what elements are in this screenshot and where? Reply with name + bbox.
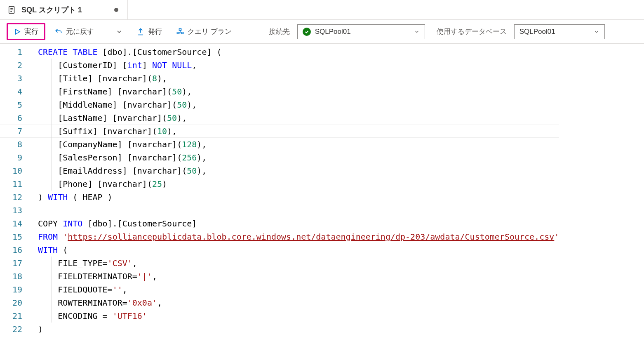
chevron-down-icon (116, 28, 122, 35)
tab-dirty-indicator (114, 8, 118, 12)
line-number: 1 (0, 45, 33, 59)
line-number: 5 (0, 98, 33, 111)
tab-title: SQL スクリプト 1 (21, 5, 82, 15)
code-line[interactable]: ) WITH ( HEAP ) (38, 191, 559, 204)
toolbar-divider (105, 26, 105, 38)
undo-icon (54, 28, 63, 36)
toolbar: 実行 元に戻す 発行 クエリ プラン 接続 (0, 20, 644, 44)
svg-rect-9 (181, 32, 183, 33)
code-content[interactable]: CREATE TABLE [dbo].[CustomerSource] ( [C… (33, 44, 559, 336)
line-number: 17 (0, 257, 33, 270)
line-number-gutter: 12345678910111213141516171819202122 (0, 44, 33, 336)
line-number: 19 (0, 283, 33, 296)
line-number: 6 (0, 111, 33, 125)
line-number: 10 (0, 164, 33, 177)
code-line[interactable]: CREATE TABLE [dbo].[CustomerSource] ( (38, 45, 559, 59)
query-plan-icon (176, 28, 184, 36)
undo-button[interactable]: 元に戻す (49, 24, 99, 40)
code-line[interactable]: [Phone] [nvarchar](25) (38, 177, 559, 191)
code-line[interactable]: ENCODING = 'UTF16' (38, 309, 559, 323)
use-database-label: 使用するデータベース (437, 27, 507, 36)
run-label: 実行 (24, 27, 38, 36)
svg-rect-5 (179, 28, 181, 30)
use-database-value: SQLPool01 (519, 28, 555, 36)
query-plan-button[interactable]: クエリ プラン (171, 24, 237, 40)
line-number: 8 (0, 138, 33, 151)
chevron-down-icon (414, 29, 420, 35)
code-line[interactable]: FIELDTERMINATOR='|', (38, 270, 559, 283)
code-line[interactable]: [Suffix] [nvarchar](10), (38, 125, 559, 138)
publish-icon (136, 28, 145, 36)
code-line[interactable]: [EmailAddress] [nvarchar](50), (38, 164, 559, 177)
chevron-down-icon (594, 29, 599, 35)
run-button[interactable]: 実行 (7, 23, 45, 40)
line-number: 14 (0, 217, 33, 230)
code-line[interactable]: [SalesPerson] [nvarchar](256), (38, 151, 559, 164)
code-line[interactable]: FROM 'https://solliancepublicdata.blob.c… (38, 230, 559, 243)
publish-label: 発行 (148, 27, 162, 36)
tab-bar: SQL スクリプト 1 (0, 0, 644, 20)
line-number: 2 (0, 59, 33, 72)
line-number: 9 (0, 151, 33, 164)
code-line[interactable]: COPY INTO [dbo].[CustomerSource] (38, 217, 559, 230)
line-number: 15 (0, 230, 33, 243)
connect-to-select[interactable]: SQLPool01 (297, 24, 425, 39)
publish-button[interactable]: 発行 (132, 24, 167, 40)
code-line[interactable]: [MiddleName] [nvarchar](50), (38, 98, 559, 111)
line-number: 3 (0, 72, 33, 85)
connect-to-value: SQLPool01 (315, 28, 351, 36)
svg-marker-4 (16, 29, 20, 34)
code-line[interactable]: [LastName] [nvarchar](50), (38, 111, 559, 125)
dropdown-toggle[interactable] (111, 25, 127, 38)
sql-script-icon (7, 5, 16, 14)
code-line[interactable]: ) (38, 323, 559, 336)
code-line[interactable] (38, 204, 559, 217)
query-plan-label: クエリ プラン (188, 27, 232, 36)
code-line[interactable]: FILE_TYPE='CSV', (38, 257, 559, 270)
line-number: 21 (0, 309, 33, 323)
line-number: 16 (0, 243, 33, 257)
play-icon (14, 28, 21, 35)
line-number: 12 (0, 191, 33, 204)
line-number: 4 (0, 85, 33, 98)
code-line[interactable]: FIELDQUOTE='', (38, 283, 559, 296)
line-number: 7 (0, 125, 33, 138)
tab-sql-script[interactable]: SQL スクリプト 1 (0, 0, 128, 19)
connect-to-label: 接続先 (269, 27, 290, 36)
use-database-select[interactable]: SQLPool01 (514, 24, 605, 39)
line-number: 20 (0, 296, 33, 309)
svg-rect-8 (177, 32, 179, 33)
line-number: 13 (0, 204, 33, 217)
undo-label: 元に戻す (66, 27, 94, 36)
code-editor[interactable]: 12345678910111213141516171819202122 CREA… (0, 44, 644, 336)
line-number: 22 (0, 323, 33, 336)
code-line[interactable]: ROWTERMINATOR='0x0a', (38, 296, 559, 309)
status-ok-icon (303, 28, 311, 36)
code-line[interactable]: [Title] [nvarchar](8), (38, 72, 559, 85)
line-number: 18 (0, 270, 33, 283)
code-line[interactable]: WITH ( (38, 243, 559, 257)
code-line[interactable]: [FirstName] [nvarchar](50), (38, 85, 559, 98)
code-line[interactable]: [CompanyName] [nvarchar](128), (38, 138, 559, 151)
code-line[interactable]: [CustomerID] [int] NOT NULL, (38, 59, 559, 72)
line-number: 11 (0, 177, 33, 191)
